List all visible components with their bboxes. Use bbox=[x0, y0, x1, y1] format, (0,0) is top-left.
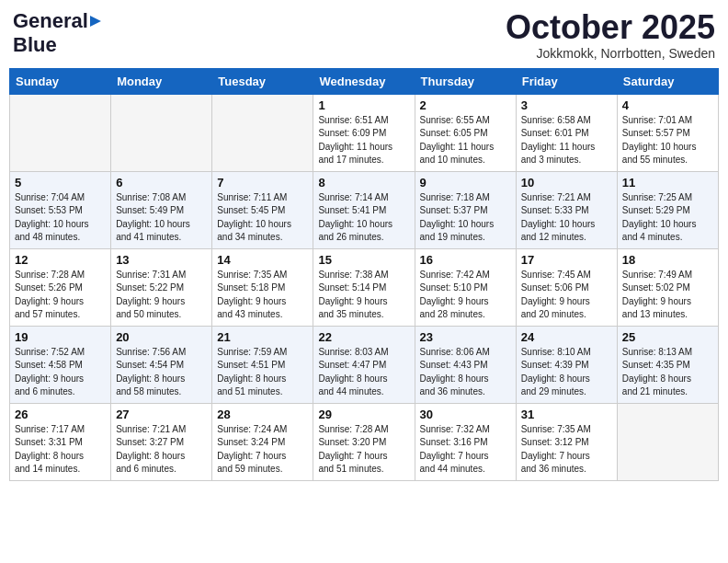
calendar-cell: 13Sunrise: 7:31 AM Sunset: 5:22 PM Dayli… bbox=[111, 248, 212, 326]
calendar-cell: 28Sunrise: 7:24 AM Sunset: 3:24 PM Dayli… bbox=[212, 403, 313, 480]
calendar-cell: 27Sunrise: 7:21 AM Sunset: 3:27 PM Dayli… bbox=[111, 403, 212, 480]
calendar-cell: 20Sunrise: 7:56 AM Sunset: 4:54 PM Dayli… bbox=[111, 326, 212, 403]
day-number: 30 bbox=[420, 408, 511, 421]
day-detail: Sunrise: 7:21 AM Sunset: 3:27 PM Dayligh… bbox=[116, 423, 207, 477]
day-number: 27 bbox=[116, 408, 207, 421]
calendar-cell bbox=[10, 94, 111, 171]
weekday-header-sunday: Sunday bbox=[10, 68, 111, 94]
calendar-cell: 18Sunrise: 7:49 AM Sunset: 5:02 PM Dayli… bbox=[617, 248, 718, 326]
day-detail: Sunrise: 7:28 AM Sunset: 3:20 PM Dayligh… bbox=[318, 423, 409, 477]
weekday-header-friday: Friday bbox=[516, 68, 617, 94]
month-title: October 2025 bbox=[506, 9, 715, 46]
title-block: October 2025 Jokkmokk, Norrbotten, Swede… bbox=[506, 9, 715, 61]
day-detail: Sunrise: 8:10 AM Sunset: 4:39 PM Dayligh… bbox=[521, 346, 612, 399]
day-detail: Sunrise: 8:03 AM Sunset: 4:47 PM Dayligh… bbox=[318, 346, 409, 399]
calendar-cell: 16Sunrise: 7:42 AM Sunset: 5:10 PM Dayli… bbox=[415, 248, 516, 326]
calendar-week-3: 12Sunrise: 7:28 AM Sunset: 5:26 PM Dayli… bbox=[10, 248, 719, 326]
day-number: 3 bbox=[521, 98, 612, 112]
calendar-table: SundayMondayTuesdayWednesdayThursdayFrid… bbox=[9, 68, 719, 481]
day-detail: Sunrise: 7:04 AM Sunset: 5:53 PM Dayligh… bbox=[15, 191, 106, 245]
logo-icon bbox=[90, 16, 101, 27]
weekday-header-tuesday: Tuesday bbox=[212, 68, 313, 94]
day-number: 22 bbox=[318, 330, 409, 344]
day-number: 9 bbox=[420, 176, 511, 190]
calendar-cell: 12Sunrise: 7:28 AM Sunset: 5:26 PM Dayli… bbox=[10, 248, 111, 326]
day-number: 5 bbox=[15, 176, 106, 190]
day-number: 31 bbox=[521, 408, 612, 421]
day-number: 29 bbox=[318, 408, 409, 421]
day-number: 25 bbox=[622, 330, 713, 344]
day-number: 2 bbox=[420, 98, 511, 112]
day-number: 8 bbox=[318, 176, 409, 190]
day-number: 23 bbox=[420, 330, 511, 344]
day-detail: Sunrise: 6:51 AM Sunset: 6:09 PM Dayligh… bbox=[318, 114, 409, 167]
day-number: 1 bbox=[318, 98, 409, 112]
day-number: 13 bbox=[116, 253, 207, 267]
calendar-cell: 10Sunrise: 7:21 AM Sunset: 5:33 PM Dayli… bbox=[516, 171, 617, 248]
calendar-cell: 22Sunrise: 8:03 AM Sunset: 4:47 PM Dayli… bbox=[313, 326, 415, 403]
day-number: 19 bbox=[15, 330, 106, 344]
calendar-cell: 19Sunrise: 7:52 AM Sunset: 4:58 PM Dayli… bbox=[10, 326, 111, 403]
calendar-cell: 21Sunrise: 7:59 AM Sunset: 4:51 PM Dayli… bbox=[212, 326, 313, 403]
calendar-cell: 25Sunrise: 8:13 AM Sunset: 4:35 PM Dayli… bbox=[617, 326, 718, 403]
day-detail: Sunrise: 7:32 AM Sunset: 3:16 PM Dayligh… bbox=[420, 423, 511, 477]
day-number: 26 bbox=[15, 408, 106, 421]
calendar-week-2: 5Sunrise: 7:04 AM Sunset: 5:53 PM Daylig… bbox=[10, 171, 719, 248]
calendar-week-1: 1Sunrise: 6:51 AM Sunset: 6:09 PM Daylig… bbox=[10, 94, 719, 171]
calendar-cell: 3Sunrise: 6:58 AM Sunset: 6:01 PM Daylig… bbox=[516, 94, 617, 171]
calendar-cell: 8Sunrise: 7:14 AM Sunset: 5:41 PM Daylig… bbox=[313, 171, 415, 248]
calendar-cell bbox=[212, 94, 313, 171]
calendar-cell: 1Sunrise: 6:51 AM Sunset: 6:09 PM Daylig… bbox=[313, 94, 415, 171]
day-detail: Sunrise: 7:35 AM Sunset: 3:12 PM Dayligh… bbox=[521, 423, 612, 477]
day-detail: Sunrise: 7:45 AM Sunset: 5:06 PM Dayligh… bbox=[521, 269, 612, 322]
day-number: 10 bbox=[521, 176, 612, 190]
day-number: 28 bbox=[217, 408, 308, 421]
day-detail: Sunrise: 7:28 AM Sunset: 5:26 PM Dayligh… bbox=[15, 269, 106, 322]
logo-text-blue: Blue bbox=[13, 33, 57, 57]
weekday-header-wednesday: Wednesday bbox=[313, 68, 415, 94]
day-number: 11 bbox=[622, 176, 713, 190]
day-detail: Sunrise: 7:35 AM Sunset: 5:18 PM Dayligh… bbox=[217, 269, 308, 322]
day-detail: Sunrise: 7:08 AM Sunset: 5:49 PM Dayligh… bbox=[116, 191, 207, 245]
page-header: General Blue October 2025 Jokkmokk, Norr… bbox=[9, 9, 719, 61]
day-detail: Sunrise: 7:01 AM Sunset: 5:57 PM Dayligh… bbox=[622, 114, 713, 167]
day-detail: Sunrise: 7:31 AM Sunset: 5:22 PM Dayligh… bbox=[116, 269, 207, 322]
logo-text-general: General bbox=[13, 9, 88, 33]
calendar-cell: 4Sunrise: 7:01 AM Sunset: 5:57 PM Daylig… bbox=[617, 94, 718, 171]
calendar-week-4: 19Sunrise: 7:52 AM Sunset: 4:58 PM Dayli… bbox=[10, 326, 719, 403]
location-subtitle: Jokkmokk, Norrbotten, Sweden bbox=[506, 46, 715, 61]
day-detail: Sunrise: 7:56 AM Sunset: 4:54 PM Dayligh… bbox=[116, 346, 207, 399]
calendar-cell: 2Sunrise: 6:55 AM Sunset: 6:05 PM Daylig… bbox=[415, 94, 516, 171]
calendar-cell: 29Sunrise: 7:28 AM Sunset: 3:20 PM Dayli… bbox=[313, 403, 415, 480]
day-number: 21 bbox=[217, 330, 308, 344]
calendar-week-5: 26Sunrise: 7:17 AM Sunset: 3:31 PM Dayli… bbox=[10, 403, 719, 480]
day-number: 18 bbox=[622, 253, 713, 267]
day-number: 16 bbox=[420, 253, 511, 267]
logo: General Blue bbox=[13, 9, 101, 57]
day-detail: Sunrise: 7:25 AM Sunset: 5:29 PM Dayligh… bbox=[622, 191, 713, 245]
calendar-cell: 15Sunrise: 7:38 AM Sunset: 5:14 PM Dayli… bbox=[313, 248, 415, 326]
calendar-cell: 30Sunrise: 7:32 AM Sunset: 3:16 PM Dayli… bbox=[415, 403, 516, 480]
day-detail: Sunrise: 6:55 AM Sunset: 6:05 PM Dayligh… bbox=[420, 114, 511, 167]
day-detail: Sunrise: 7:49 AM Sunset: 5:02 PM Dayligh… bbox=[622, 269, 713, 322]
day-detail: Sunrise: 7:52 AM Sunset: 4:58 PM Dayligh… bbox=[15, 346, 106, 399]
calendar-cell: 17Sunrise: 7:45 AM Sunset: 5:06 PM Dayli… bbox=[516, 248, 617, 326]
calendar-cell: 26Sunrise: 7:17 AM Sunset: 3:31 PM Dayli… bbox=[10, 403, 111, 480]
calendar-cell: 23Sunrise: 8:06 AM Sunset: 4:43 PM Dayli… bbox=[415, 326, 516, 403]
day-detail: Sunrise: 7:17 AM Sunset: 3:31 PM Dayligh… bbox=[15, 423, 106, 477]
calendar-cell: 11Sunrise: 7:25 AM Sunset: 5:29 PM Dayli… bbox=[617, 171, 718, 248]
day-number: 24 bbox=[521, 330, 612, 344]
weekday-header-thursday: Thursday bbox=[415, 68, 516, 94]
day-detail: Sunrise: 7:14 AM Sunset: 5:41 PM Dayligh… bbox=[318, 191, 409, 245]
day-number: 6 bbox=[116, 176, 207, 190]
day-number: 14 bbox=[217, 253, 308, 267]
day-number: 17 bbox=[521, 253, 612, 267]
day-number: 7 bbox=[217, 176, 308, 190]
day-detail: Sunrise: 8:06 AM Sunset: 4:43 PM Dayligh… bbox=[420, 346, 511, 399]
calendar-cell bbox=[617, 403, 718, 480]
day-number: 20 bbox=[116, 330, 207, 344]
day-detail: Sunrise: 7:24 AM Sunset: 3:24 PM Dayligh… bbox=[217, 423, 308, 477]
day-number: 12 bbox=[15, 253, 106, 267]
calendar-cell: 7Sunrise: 7:11 AM Sunset: 5:45 PM Daylig… bbox=[212, 171, 313, 248]
weekday-header-row: SundayMondayTuesdayWednesdayThursdayFrid… bbox=[10, 68, 719, 94]
